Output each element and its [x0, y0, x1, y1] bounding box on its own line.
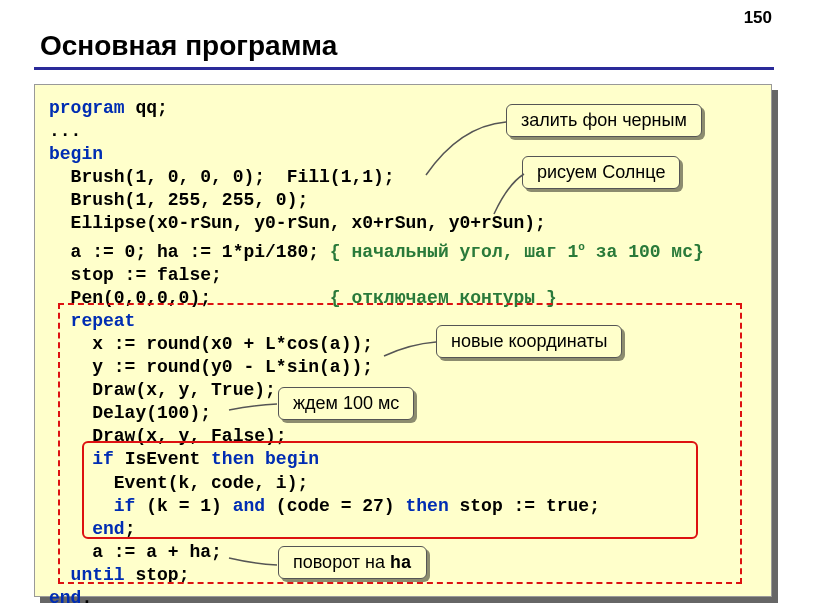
callout-fill-black: залить фон черным — [506, 104, 702, 137]
kw-if: if — [92, 449, 114, 469]
code-l6: Ellipse(x0-rSun, y0-rSun, x0+rSun, y0+rS… — [49, 213, 546, 233]
kw-repeat: repeat — [71, 311, 136, 331]
page-number: 150 — [744, 8, 772, 28]
code-l18a — [49, 496, 114, 516]
kw-end2: end — [49, 588, 81, 608]
kw-then: then — [405, 496, 448, 516]
code-l19c: ; — [125, 519, 136, 539]
code-deg: o — [578, 241, 585, 253]
title-rule — [34, 67, 774, 70]
code-l7c2: за 100 мс} — [585, 242, 704, 262]
callout-rotate: поворот на ha — [278, 546, 427, 579]
code-l22b: . — [81, 588, 92, 608]
kw-then-begin: then begin — [211, 449, 319, 469]
code-l14: Delay(100); — [49, 403, 211, 423]
code-l16c: IsEvent — [114, 449, 211, 469]
code-l1b: qq; — [125, 98, 168, 118]
code-l20: a := a + ha; — [49, 542, 222, 562]
page-title: Основная программа — [40, 30, 337, 62]
code-l9c: { отключаем контуры } — [330, 288, 557, 308]
callout-rotate-pre: поворот на — [293, 552, 390, 572]
kw-begin: begin — [49, 144, 103, 164]
callout-new-coords: новые координаты — [436, 325, 622, 358]
callout-wait: ждем 100 мс — [278, 387, 414, 420]
code-l10a — [49, 311, 71, 331]
code-l2: ... — [49, 121, 81, 141]
code-l13: Draw(x, y, True); — [49, 380, 276, 400]
code-l11: x := round(x0 + L*cos(a)); — [49, 334, 373, 354]
code-l12: y := round(y0 - L*sin(a)); — [49, 357, 373, 377]
code-l17: Event(k, code, i); — [49, 473, 308, 493]
code-l18c: (k = 1) — [135, 496, 232, 516]
code-l7a: a := 0; ha := 1*pi/180; — [49, 242, 330, 262]
code-l21a — [49, 565, 71, 585]
code-l7c: { начальный угол, шаг 1 — [330, 242, 578, 262]
kw-if2: if — [114, 496, 136, 516]
callout-draw-sun: рисуем Солнце — [522, 156, 680, 189]
code-l18g: stop := true; — [449, 496, 600, 516]
code-l16a — [49, 449, 92, 469]
code-l15: Draw(x, y, False); — [49, 426, 287, 446]
kw-until: until — [71, 565, 125, 585]
kw-end: end — [92, 519, 124, 539]
code-l21c: stop; — [125, 565, 190, 585]
code-l19a — [49, 519, 92, 539]
code-l4: Brush(1, 0, 0, 0); Fill(1,1); — [49, 167, 395, 187]
kw-program: program — [49, 98, 125, 118]
code-l8: stop := false; — [49, 265, 222, 285]
code-l18e: (code = 27) — [265, 496, 405, 516]
kw-and: and — [233, 496, 265, 516]
code-l9a: Pen(0,0,0,0); — [49, 288, 330, 308]
callout-rotate-mono: ha — [390, 553, 412, 573]
code-l5: Brush(1, 255, 255, 0); — [49, 190, 308, 210]
